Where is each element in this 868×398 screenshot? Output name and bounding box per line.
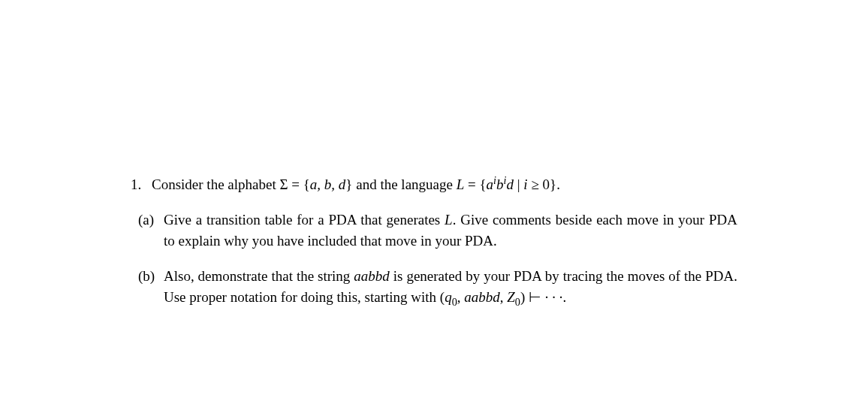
problem-number: 1. <box>131 174 152 196</box>
b-q0: q <box>445 289 452 305</box>
b-comma1: , <box>457 289 465 305</box>
b-comma2: , <box>500 289 508 305</box>
subproblem-a: (a) Give a transition table for a PDA th… <box>131 210 737 252</box>
subproblem-b: (b) Also, demonstrate that the string aa… <box>131 266 737 309</box>
document-container: 1. Consider the alphabet Σ = {a, b, d} a… <box>0 0 868 309</box>
sub-label-b: (b) <box>138 266 164 309</box>
a-L-ref: L <box>445 212 453 228</box>
sub-text-a: Give a transition table for a PDA that g… <box>164 210 737 252</box>
alphabet-set: a, b, d <box>310 176 346 192</box>
b-Z: Z <box>507 289 515 305</box>
b-string: aabbd <box>354 268 390 284</box>
lang-b: b <box>496 176 504 192</box>
language-L: L <box>457 176 465 192</box>
sigma-equation: Σ = { <box>279 176 309 192</box>
sub-text-b: Also, demonstrate that the string aabbd … <box>164 266 737 309</box>
b-aabbd: aabbd <box>464 289 500 305</box>
lang-cond: | <box>514 176 523 192</box>
b-text-1: Also, demonstrate that the string <box>164 268 354 284</box>
b-q0-sub: 0 <box>452 296 457 308</box>
problem-intro: Consider the alphabet Σ = {a, b, d} and … <box>152 174 737 196</box>
equals-open: = { <box>464 176 486 192</box>
sub-label-a: (a) <box>138 210 164 252</box>
intro-text-1: Consider the alphabet <box>152 176 279 192</box>
lang-a: a <box>487 176 494 192</box>
b-closing: ) ⊢ · · ·. <box>520 289 566 305</box>
b-Z-sub: 0 <box>515 296 520 308</box>
problem-1: 1. Consider the alphabet Σ = {a, b, d} a… <box>131 174 737 196</box>
lang-geq: ≥ 0}. <box>528 176 560 192</box>
intro-text-2: } and the language <box>345 176 456 192</box>
lang-d: d <box>507 176 514 192</box>
a-text-1: Give a transition table for a PDA that g… <box>164 212 445 228</box>
